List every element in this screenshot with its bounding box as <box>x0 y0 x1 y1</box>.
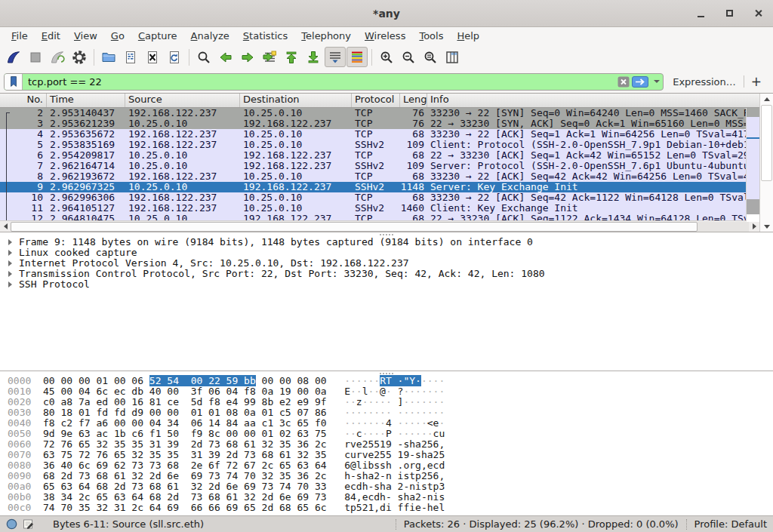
expression-button[interactable]: Expression… <box>673 76 736 88</box>
menu-file[interactable]: File <box>5 29 35 43</box>
filter-apply-button[interactable] <box>632 76 648 88</box>
vertical-scrollbar[interactable] <box>759 94 773 232</box>
expand-arrow-icon[interactable] <box>8 271 12 277</box>
capture-options-button[interactable] <box>69 47 90 67</box>
cell-time: 2.962164714 <box>47 161 125 171</box>
filter-clear-button[interactable] <box>617 76 630 88</box>
column-header-destination[interactable]: Destination <box>240 94 352 107</box>
go-back-button[interactable] <box>215 47 236 67</box>
packet-row-3[interactable]: 32.95362123910.25.0.10192.168.122.237TCP… <box>0 118 759 129</box>
menu-wireless[interactable]: Wireless <box>358 29 412 43</box>
zoom-100-button[interactable] <box>420 47 441 67</box>
save-file-button[interactable] <box>120 47 141 67</box>
packet-row-6[interactable]: 62.95420981710.25.0.10192.168.122.237TCP… <box>0 150 759 161</box>
add-filter-button[interactable]: + <box>751 74 762 89</box>
stop-capture-button[interactable] <box>25 47 46 67</box>
cell-no: 10 <box>0 192 47 203</box>
zoom-in-button[interactable] <box>376 47 397 67</box>
packet-row-2[interactable]: 22.953140437192.168.122.23710.25.0.10TCP… <box>0 108 759 118</box>
vertical-scroll-thumb[interactable] <box>761 105 772 181</box>
go-forward-button[interactable] <box>237 47 258 67</box>
expand-arrow-icon[interactable] <box>8 250 12 256</box>
cell-protocol: TCP <box>352 192 400 203</box>
column-header-protocol[interactable]: Protocol <box>352 94 400 107</box>
hex-row-0070[interactable]: 0070 63 75 72 76 65 32 35 35 31 39 2d 73… <box>0 450 773 460</box>
maximize-button[interactable] <box>723 8 735 20</box>
zoom-out-button[interactable] <box>398 47 419 67</box>
menu-capture[interactable]: Capture <box>131 29 184 43</box>
profile-selector[interactable]: Profile: Default <box>694 518 767 530</box>
capture-comment-button[interactable] <box>23 518 34 530</box>
start-capture-button[interactable] <box>3 47 24 67</box>
expand-arrow-icon[interactable] <box>8 260 12 266</box>
hex-row-0000[interactable]: 0000 00 00 00 01 00 06 52 54 00 22 59 bb… <box>0 376 773 386</box>
expand-arrow-icon[interactable] <box>8 281 12 288</box>
close-file-button[interactable] <box>142 47 163 67</box>
go-to-packet-button[interactable] <box>259 47 280 67</box>
scroll-up-arrow[interactable] <box>760 94 773 104</box>
hex-row-0030[interactable]: 0030 80 18 01 fd fd d9 00 00 01 01 08 0a… <box>0 407 773 418</box>
minimize-button[interactable] <box>694 8 707 20</box>
hex-row-0040[interactable]: 0040 f8 c2 f7 a6 00 00 04 34 06 14 84 aa… <box>0 418 773 429</box>
packet-row-9[interactable]: 92.96296732510.25.0.10192.168.122.237SSH… <box>0 182 759 192</box>
intelligent-scrollbar-minimap[interactable] <box>746 108 759 220</box>
column-header-length[interactable]: Length <box>400 94 427 107</box>
menu-edit[interactable]: Edit <box>35 29 67 43</box>
detail-item[interactable]: Internet Protocol Version 4, Src: 10.25.… <box>0 258 773 269</box>
scroll-right-arrow[interactable] <box>749 221 759 232</box>
packet-row-7[interactable]: 72.96216471410.25.0.10192.168.122.237SSH… <box>0 161 759 171</box>
packet-row-10[interactable]: 102.962996306192.168.122.23710.25.0.10TC… <box>0 192 759 203</box>
title-bar[interactable]: *any <box>0 0 773 27</box>
filter-bookmark-button[interactable] <box>5 74 23 90</box>
menu-go[interactable]: Go <box>104 29 131 43</box>
auto-scroll-button[interactable] <box>325 47 346 67</box>
go-last-packet-button[interactable] <box>303 47 324 67</box>
menu-analyze[interactable]: Analyze <box>184 29 236 43</box>
hex-row-0050[interactable]: 0050 9d 9e 63 ac 1b c6 f1 50 f9 8c 00 00… <box>0 429 773 439</box>
hex-row-0020[interactable]: 0020 c0 a8 7a ed 00 16 81 ce 5d f8 e4 99… <box>0 397 773 407</box>
open-file-button[interactable] <box>98 47 119 67</box>
menu-telephony[interactable]: Telephony <box>294 29 358 43</box>
detail-item[interactable]: Frame 9: 1148 bytes on wire (9184 bits),… <box>0 237 773 248</box>
hex-row-0060[interactable]: 0060 72 76 65 32 35 35 31 39 2d 73 68 61… <box>0 439 773 450</box>
scroll-down-arrow[interactable] <box>760 221 773 232</box>
resize-columns-button[interactable] <box>442 47 463 67</box>
detail-item[interactable]: Transmission Control Protocol, Src Port:… <box>0 269 773 279</box>
cell-protocol: SSHv2 <box>352 182 400 192</box>
colorize-button[interactable] <box>346 47 368 67</box>
packet-row-5[interactable]: 52.953835169192.168.122.23710.25.0.10SSH… <box>0 140 759 150</box>
hex-row-0090[interactable]: 0090 68 2d 73 68 61 32 2d 6e 69 73 74 70… <box>0 471 773 481</box>
packet-row-8[interactable]: 82.962193672192.168.122.23710.25.0.10TCP… <box>0 171 759 182</box>
scroll-left-arrow[interactable] <box>0 221 11 232</box>
restart-capture-button[interactable] <box>47 47 68 67</box>
menu-help[interactable]: Help <box>450 29 486 43</box>
go-first-packet-button[interactable] <box>281 47 302 67</box>
hex-row-0010[interactable]: 0010 45 00 04 6c ec db 40 00 3f 06 04 f8… <box>0 386 773 397</box>
hex-row-00a0[interactable]: 00a0 65 63 64 68 2d 73 68 61 32 2d 6e 69… <box>0 481 773 492</box>
hex-row-0080[interactable]: 0080 36 40 6c 69 62 73 73 68 2e 6f 72 67… <box>0 460 773 471</box>
column-header-time[interactable]: Time <box>47 94 125 107</box>
filter-history-dropdown[interactable] <box>651 74 663 90</box>
horizontal-scrollbar[interactable] <box>0 220 759 232</box>
display-filter-input[interactable] <box>23 76 617 88</box>
column-header-no[interactable]: No. <box>0 94 47 107</box>
detail-item[interactable]: Linux cooked capture <box>0 248 773 258</box>
hex-row-00b0[interactable]: 00b0 38 34 2c 65 63 64 68 2d 73 68 61 32… <box>0 492 773 503</box>
reload-file-button[interactable] <box>164 47 185 67</box>
menu-statistics[interactable]: Statistics <box>236 29 294 43</box>
packet-row-12[interactable]: 122.96481047510.25.0.10192.168.122.237TC… <box>0 214 759 220</box>
expert-info-button[interactable] <box>6 518 17 530</box>
hex-row-00c0[interactable]: 00c0 74 70 35 32 31 2c 64 69 66 66 69 65… <box>0 503 773 513</box>
close-button[interactable] <box>752 8 764 20</box>
packet-row-4[interactable]: 42.953635672192.168.122.23710.25.0.10TCP… <box>0 129 759 140</box>
expand-arrow-icon[interactable] <box>8 239 12 245</box>
packet-list-header[interactable]: No. Time Source Destination Protocol Len… <box>0 94 759 108</box>
find-packet-button[interactable] <box>193 47 214 67</box>
menu-tools[interactable]: Tools <box>412 29 450 43</box>
detail-item[interactable]: SSH Protocol <box>0 279 773 290</box>
column-header-source[interactable]: Source <box>125 94 240 107</box>
column-header-info[interactable]: Info <box>427 94 759 107</box>
packet-row-11[interactable]: 112.964105127192.168.122.23710.25.0.10SS… <box>0 203 759 214</box>
menu-view[interactable]: View <box>67 29 104 43</box>
horizontal-scroll-thumb[interactable] <box>11 222 698 232</box>
